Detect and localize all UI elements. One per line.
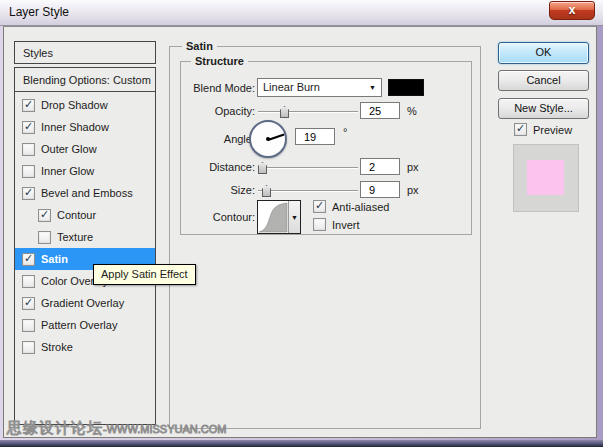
invert-option[interactable]: Invert <box>313 218 360 231</box>
distance-slider[interactable] <box>258 167 358 169</box>
angle-input[interactable] <box>295 128 335 145</box>
preview-checkbox[interactable] <box>514 123 527 136</box>
angle-needle <box>268 134 285 141</box>
sidebar-item-inner-shadow[interactable]: Inner Shadow <box>15 116 155 138</box>
preview-option[interactable]: Preview <box>514 123 572 136</box>
structure-section-label: Structure <box>191 55 248 67</box>
angle-label: Angle: <box>183 133 255 145</box>
satin-checkbox[interactable] <box>22 253 35 266</box>
sidebar-item-blending-options[interactable]: Blending Options: Custom <box>15 68 155 92</box>
angle-dial[interactable] <box>249 120 287 158</box>
new-style-button[interactable]: New Style... <box>498 98 589 119</box>
sidebar-item-label: Drop Shadow <box>41 99 108 111</box>
distance-slider-thumb[interactable] <box>258 162 267 174</box>
anti-aliased-checkbox[interactable] <box>313 200 326 213</box>
inner-glow-checkbox[interactable] <box>22 165 35 178</box>
blend-mode-dropdown[interactable]: Linear Burn ▼ <box>257 78 382 97</box>
opacity-slider-thumb[interactable] <box>280 106 289 118</box>
sidebar-item-contour[interactable]: Contour <box>15 204 155 226</box>
titlebar[interactable]: Layer Style x <box>0 0 603 26</box>
distance-label: Distance: <box>183 161 255 173</box>
sidebar-item-label: Texture <box>57 231 93 243</box>
watermark-latin-text: -www.missyuan.com <box>103 423 226 435</box>
close-icon: x <box>569 3 576 17</box>
stroke-checkbox[interactable] <box>22 341 35 354</box>
window-frame-bottom <box>0 440 603 447</box>
pattern-overlay-checkbox[interactable] <box>22 319 35 332</box>
contour-picker[interactable]: ▼ <box>257 200 301 234</box>
sidebar-item-inner-glow[interactable]: Inner Glow <box>15 160 155 182</box>
color-overlay-checkbox[interactable] <box>22 275 35 288</box>
bevel-emboss-checkbox[interactable] <box>22 187 35 200</box>
angle-unit: ° <box>343 126 347 138</box>
opacity-input[interactable] <box>360 102 400 119</box>
sidebar-item-label: Outer Glow <box>41 143 97 155</box>
invert-label: Invert <box>332 219 360 231</box>
size-slider[interactable] <box>258 190 358 192</box>
window-frame: Layer Style x Styles Blending Options: C… <box>0 0 603 447</box>
styles-header: Styles <box>14 41 156 64</box>
sidebar-item-gradient-overlay[interactable]: Gradient Overlay <box>15 292 155 314</box>
watermark: 思缘设计论坛-www.missyuan.com <box>7 419 226 438</box>
anti-aliased-label: Anti-aliased <box>332 201 389 213</box>
sidebar-item-label: Pattern Overlay <box>41 319 117 331</box>
satin-panel: Satin Structure Blend Mode: Linear Burn … <box>169 46 481 429</box>
drop-shadow-checkbox[interactable] <box>22 99 35 112</box>
tooltip: Apply Satin Effect <box>93 264 196 285</box>
close-button[interactable]: x <box>549 1 595 20</box>
satin-color-swatch[interactable] <box>388 79 424 96</box>
sidebar-item-label: Bevel and Emboss <box>41 187 133 199</box>
size-slider-thumb[interactable] <box>262 185 271 197</box>
sidebar-item-label: Inner Shadow <box>41 121 109 133</box>
contour-dropdown-arrow-icon[interactable]: ▼ <box>288 201 300 233</box>
sidebar-item-outer-glow[interactable]: Outer Glow <box>15 138 155 160</box>
preview-layer-chip <box>527 160 564 195</box>
watermark-cn-text: 思缘设计论坛 <box>7 419 103 436</box>
preview-label: Preview <box>533 124 572 136</box>
chevron-down-icon: ▼ <box>369 84 376 91</box>
texture-checkbox[interactable] <box>38 231 51 244</box>
opacity-slider[interactable] <box>258 111 358 113</box>
size-unit: px <box>407 184 419 196</box>
outer-glow-checkbox[interactable] <box>22 143 35 156</box>
sidebar-item-label: Gradient Overlay <box>41 297 124 309</box>
distance-unit: px <box>407 161 419 173</box>
preview-thumbnail <box>513 144 579 212</box>
distance-input[interactable] <box>360 158 400 175</box>
sidebar-item-label: Inner Glow <box>41 165 94 177</box>
styles-list: Blending Options: Custom Drop Shadow Inn… <box>14 67 156 425</box>
inner-shadow-checkbox[interactable] <box>22 121 35 134</box>
contour-thumbnail-icon <box>258 201 288 233</box>
sidebar-item-label: Contour <box>57 209 96 221</box>
anti-aliased-option[interactable]: Anti-aliased <box>313 200 389 213</box>
size-input[interactable] <box>360 181 400 198</box>
sidebar-item-label: Stroke <box>41 341 73 353</box>
invert-checkbox[interactable] <box>313 218 326 231</box>
satin-panel-label: Satin <box>182 40 217 52</box>
sidebar-item-texture[interactable]: Texture <box>15 226 155 248</box>
blend-mode-value: Linear Burn <box>263 81 320 93</box>
cancel-button[interactable]: Cancel <box>498 70 589 91</box>
opacity-unit: % <box>407 105 417 117</box>
sidebar-item-pattern-overlay[interactable]: Pattern Overlay <box>15 314 155 336</box>
dialog-body: Styles Blending Options: Custom Drop Sha… <box>3 26 597 438</box>
styles-header-label: Styles <box>23 47 53 59</box>
gradient-overlay-checkbox[interactable] <box>22 297 35 310</box>
size-label: Size: <box>183 184 255 196</box>
angle-dial-center <box>266 137 270 141</box>
blend-mode-label: Blend Mode: <box>183 82 255 94</box>
sidebar-item-stroke[interactable]: Stroke <box>15 336 155 358</box>
window-title: Layer Style <box>9 5 69 19</box>
opacity-label: Opacity: <box>183 105 255 117</box>
sidebar-item-label: Satin <box>41 253 68 265</box>
structure-section: Structure Blend Mode: Linear Burn ▼ Opac… <box>180 61 472 235</box>
contour-checkbox[interactable] <box>38 209 51 222</box>
contour-label: Contour: <box>183 211 255 223</box>
sidebar-item-drop-shadow[interactable]: Drop Shadow <box>15 94 155 116</box>
sidebar-item-bevel-and-emboss[interactable]: Bevel and Emboss <box>15 182 155 204</box>
ok-button[interactable]: OK <box>498 42 589 64</box>
sidebar-item-label: Blending Options: Custom <box>23 74 151 86</box>
